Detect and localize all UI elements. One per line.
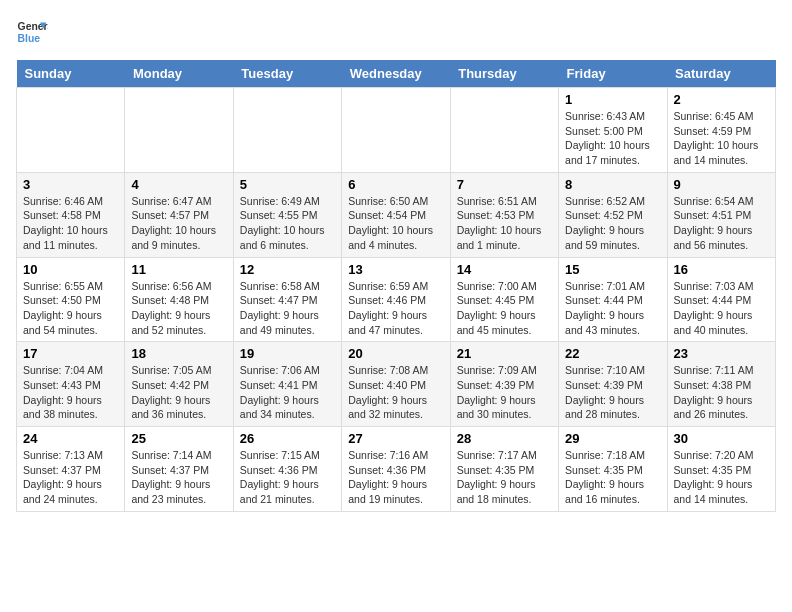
day-number: 28	[457, 431, 552, 446]
day-number: 13	[348, 262, 443, 277]
day-number: 26	[240, 431, 335, 446]
calendar-cell: 24Sunrise: 7:13 AM Sunset: 4:37 PM Dayli…	[17, 427, 125, 512]
day-number: 12	[240, 262, 335, 277]
day-info: Sunrise: 7:00 AM Sunset: 4:45 PM Dayligh…	[457, 279, 552, 338]
calendar-cell: 20Sunrise: 7:08 AM Sunset: 4:40 PM Dayli…	[342, 342, 450, 427]
day-number: 4	[131, 177, 226, 192]
calendar-cell: 14Sunrise: 7:00 AM Sunset: 4:45 PM Dayli…	[450, 257, 558, 342]
calendar-cell: 1Sunrise: 6:43 AM Sunset: 5:00 PM Daylig…	[559, 88, 667, 173]
day-number: 18	[131, 346, 226, 361]
day-info: Sunrise: 6:43 AM Sunset: 5:00 PM Dayligh…	[565, 109, 660, 168]
calendar-cell: 21Sunrise: 7:09 AM Sunset: 4:39 PM Dayli…	[450, 342, 558, 427]
col-header-wednesday: Wednesday	[342, 60, 450, 88]
calendar-cell	[233, 88, 341, 173]
day-info: Sunrise: 7:15 AM Sunset: 4:36 PM Dayligh…	[240, 448, 335, 507]
calendar-cell: 29Sunrise: 7:18 AM Sunset: 4:35 PM Dayli…	[559, 427, 667, 512]
calendar-cell: 28Sunrise: 7:17 AM Sunset: 4:35 PM Dayli…	[450, 427, 558, 512]
calendar-cell: 22Sunrise: 7:10 AM Sunset: 4:39 PM Dayli…	[559, 342, 667, 427]
day-number: 24	[23, 431, 118, 446]
day-info: Sunrise: 7:14 AM Sunset: 4:37 PM Dayligh…	[131, 448, 226, 507]
day-number: 29	[565, 431, 660, 446]
calendar-cell: 19Sunrise: 7:06 AM Sunset: 4:41 PM Dayli…	[233, 342, 341, 427]
calendar-week-4: 17Sunrise: 7:04 AM Sunset: 4:43 PM Dayli…	[17, 342, 776, 427]
calendar-cell: 2Sunrise: 6:45 AM Sunset: 4:59 PM Daylig…	[667, 88, 775, 173]
day-info: Sunrise: 7:09 AM Sunset: 4:39 PM Dayligh…	[457, 363, 552, 422]
day-number: 23	[674, 346, 769, 361]
day-number: 20	[348, 346, 443, 361]
calendar-cell: 8Sunrise: 6:52 AM Sunset: 4:52 PM Daylig…	[559, 172, 667, 257]
day-number: 21	[457, 346, 552, 361]
calendar-cell: 12Sunrise: 6:58 AM Sunset: 4:47 PM Dayli…	[233, 257, 341, 342]
col-header-thursday: Thursday	[450, 60, 558, 88]
calendar-week-3: 10Sunrise: 6:55 AM Sunset: 4:50 PM Dayli…	[17, 257, 776, 342]
calendar-cell: 16Sunrise: 7:03 AM Sunset: 4:44 PM Dayli…	[667, 257, 775, 342]
day-number: 14	[457, 262, 552, 277]
calendar-cell	[125, 88, 233, 173]
day-number: 2	[674, 92, 769, 107]
day-number: 5	[240, 177, 335, 192]
calendar-cell	[342, 88, 450, 173]
col-header-saturday: Saturday	[667, 60, 775, 88]
day-info: Sunrise: 7:03 AM Sunset: 4:44 PM Dayligh…	[674, 279, 769, 338]
day-info: Sunrise: 7:13 AM Sunset: 4:37 PM Dayligh…	[23, 448, 118, 507]
day-number: 7	[457, 177, 552, 192]
calendar-cell: 9Sunrise: 6:54 AM Sunset: 4:51 PM Daylig…	[667, 172, 775, 257]
calendar-cell	[450, 88, 558, 173]
day-number: 10	[23, 262, 118, 277]
day-number: 27	[348, 431, 443, 446]
day-info: Sunrise: 6:56 AM Sunset: 4:48 PM Dayligh…	[131, 279, 226, 338]
day-info: Sunrise: 7:18 AM Sunset: 4:35 PM Dayligh…	[565, 448, 660, 507]
day-number: 11	[131, 262, 226, 277]
col-header-sunday: Sunday	[17, 60, 125, 88]
day-info: Sunrise: 6:58 AM Sunset: 4:47 PM Dayligh…	[240, 279, 335, 338]
calendar-cell: 27Sunrise: 7:16 AM Sunset: 4:36 PM Dayli…	[342, 427, 450, 512]
day-number: 9	[674, 177, 769, 192]
day-number: 3	[23, 177, 118, 192]
calendar-cell: 7Sunrise: 6:51 AM Sunset: 4:53 PM Daylig…	[450, 172, 558, 257]
calendar-cell: 3Sunrise: 6:46 AM Sunset: 4:58 PM Daylig…	[17, 172, 125, 257]
logo-icon: General Blue	[16, 16, 48, 48]
col-header-monday: Monday	[125, 60, 233, 88]
calendar-cell: 11Sunrise: 6:56 AM Sunset: 4:48 PM Dayli…	[125, 257, 233, 342]
day-number: 1	[565, 92, 660, 107]
day-info: Sunrise: 6:59 AM Sunset: 4:46 PM Dayligh…	[348, 279, 443, 338]
day-info: Sunrise: 6:47 AM Sunset: 4:57 PM Dayligh…	[131, 194, 226, 253]
day-info: Sunrise: 6:55 AM Sunset: 4:50 PM Dayligh…	[23, 279, 118, 338]
day-info: Sunrise: 6:49 AM Sunset: 4:55 PM Dayligh…	[240, 194, 335, 253]
day-info: Sunrise: 7:01 AM Sunset: 4:44 PM Dayligh…	[565, 279, 660, 338]
day-number: 8	[565, 177, 660, 192]
calendar-cell: 18Sunrise: 7:05 AM Sunset: 4:42 PM Dayli…	[125, 342, 233, 427]
col-header-tuesday: Tuesday	[233, 60, 341, 88]
day-number: 19	[240, 346, 335, 361]
calendar-cell: 10Sunrise: 6:55 AM Sunset: 4:50 PM Dayli…	[17, 257, 125, 342]
calendar-table: SundayMondayTuesdayWednesdayThursdayFrid…	[16, 60, 776, 512]
calendar-cell: 23Sunrise: 7:11 AM Sunset: 4:38 PM Dayli…	[667, 342, 775, 427]
day-number: 30	[674, 431, 769, 446]
day-info: Sunrise: 7:04 AM Sunset: 4:43 PM Dayligh…	[23, 363, 118, 422]
calendar-week-1: 1Sunrise: 6:43 AM Sunset: 5:00 PM Daylig…	[17, 88, 776, 173]
day-info: Sunrise: 7:05 AM Sunset: 4:42 PM Dayligh…	[131, 363, 226, 422]
day-info: Sunrise: 6:51 AM Sunset: 4:53 PM Dayligh…	[457, 194, 552, 253]
calendar-week-5: 24Sunrise: 7:13 AM Sunset: 4:37 PM Dayli…	[17, 427, 776, 512]
day-info: Sunrise: 6:45 AM Sunset: 4:59 PM Dayligh…	[674, 109, 769, 168]
day-info: Sunrise: 7:06 AM Sunset: 4:41 PM Dayligh…	[240, 363, 335, 422]
calendar-week-2: 3Sunrise: 6:46 AM Sunset: 4:58 PM Daylig…	[17, 172, 776, 257]
calendar-header: SundayMondayTuesdayWednesdayThursdayFrid…	[17, 60, 776, 88]
day-info: Sunrise: 7:16 AM Sunset: 4:36 PM Dayligh…	[348, 448, 443, 507]
day-number: 17	[23, 346, 118, 361]
svg-text:Blue: Blue	[18, 33, 41, 44]
header: General Blue	[16, 16, 776, 48]
day-number: 25	[131, 431, 226, 446]
day-number: 15	[565, 262, 660, 277]
day-info: Sunrise: 7:08 AM Sunset: 4:40 PM Dayligh…	[348, 363, 443, 422]
day-number: 16	[674, 262, 769, 277]
calendar-cell: 26Sunrise: 7:15 AM Sunset: 4:36 PM Dayli…	[233, 427, 341, 512]
col-header-friday: Friday	[559, 60, 667, 88]
day-info: Sunrise: 7:11 AM Sunset: 4:38 PM Dayligh…	[674, 363, 769, 422]
logo: General Blue	[16, 16, 54, 48]
day-info: Sunrise: 7:10 AM Sunset: 4:39 PM Dayligh…	[565, 363, 660, 422]
day-number: 22	[565, 346, 660, 361]
calendar-cell: 5Sunrise: 6:49 AM Sunset: 4:55 PM Daylig…	[233, 172, 341, 257]
day-info: Sunrise: 6:54 AM Sunset: 4:51 PM Dayligh…	[674, 194, 769, 253]
calendar-cell: 4Sunrise: 6:47 AM Sunset: 4:57 PM Daylig…	[125, 172, 233, 257]
